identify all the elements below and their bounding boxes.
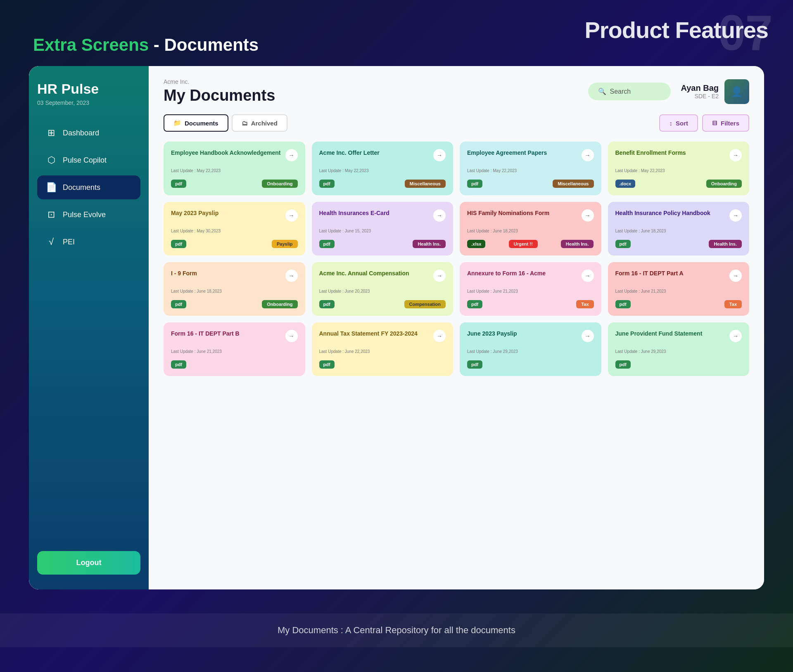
sidebar-item-label: PEI xyxy=(63,238,75,246)
doc-footer: .docx Onboarding xyxy=(615,180,742,188)
user-name: Ayan Bag xyxy=(681,83,719,93)
doc-card-header: Benefit Enrollment Forms → xyxy=(615,149,742,161)
doc-arrow-icon[interactable]: → xyxy=(729,270,742,282)
sort-button[interactable]: ↕ Sort xyxy=(659,114,698,132)
search-box[interactable]: 🔍 Search xyxy=(588,83,671,100)
doc-card-may-payslip[interactable]: May 2023 Payslip → Last Update : May 30,… xyxy=(164,202,305,256)
sidebar-item-pulse-copilot[interactable]: ⬡ Pulse Copilot xyxy=(37,148,140,172)
title-block: Acme Inc. My Documents xyxy=(164,78,275,104)
doc-title: Employee Agreement Papers xyxy=(467,149,582,156)
doc-arrow-icon[interactable]: → xyxy=(582,330,594,342)
doc-date: Last Update : June 18,2023 xyxy=(171,289,298,293)
page-heading-green: Extra Screens xyxy=(33,35,149,54)
doc-card-header: Employee Agreement Papers → xyxy=(467,149,594,161)
doc-card-header: May 2023 Payslip → xyxy=(171,209,298,222)
doc-category-badge: Miscellaneous xyxy=(553,180,594,188)
doc-title: Health Insurance Policy Handbook xyxy=(615,209,730,217)
sidebar-item-label: Pulse Copilot xyxy=(63,156,107,165)
doc-card-provident-fund[interactable]: June Provident Fund Statement → Last Upd… xyxy=(608,322,750,376)
doc-card-health-policy[interactable]: Health Insurance Policy Handbook → Last … xyxy=(608,202,750,256)
doc-arrow-icon[interactable]: → xyxy=(433,270,446,282)
doc-title: Acme Inc. Offer Letter xyxy=(319,149,434,156)
doc-type-badge: pdf xyxy=(467,360,482,369)
doc-date: Last Update : June 29,2023 xyxy=(615,349,742,354)
doc-card-employee-agreement[interactable]: Employee Agreement Papers → Last Update … xyxy=(460,142,601,195)
doc-arrow-icon[interactable]: → xyxy=(729,209,742,222)
doc-arrow-icon[interactable]: → xyxy=(582,270,594,282)
doc-date: Last Update : June 21,2023 xyxy=(171,349,298,354)
doc-card-header: I - 9 Form → xyxy=(171,270,298,282)
doc-footer: pdf Onboarding xyxy=(171,300,298,308)
tab-archived-icon: 🗂 xyxy=(242,120,248,127)
doc-card-employee-handbook[interactable]: Employee Handbook Acknowledgement → Last… xyxy=(164,142,305,195)
doc-title: Health Insurances E-Card xyxy=(319,209,434,217)
doc-arrow-icon[interactable]: → xyxy=(433,149,446,161)
doc-arrow-icon[interactable]: → xyxy=(433,209,446,222)
doc-type-badge: pdf xyxy=(615,360,631,369)
doc-card-header: Annual Tax Statement FY 2023-2024 → xyxy=(319,330,446,342)
doc-title: Employee Handbook Acknowledgement xyxy=(171,149,285,156)
main-container: HR Pulse 03 September, 2023 ⊞ Dashboard … xyxy=(29,66,764,589)
sidebar-item-label: Pulse Evolve xyxy=(63,211,106,219)
doc-title: June 2023 Payslip xyxy=(467,330,582,337)
doc-card-form16b[interactable]: Form 16 - IT DEPT Part B → Last Update :… xyxy=(164,322,305,376)
doc-card-form16a[interactable]: Form 16 - IT DEPT Part A → Last Update :… xyxy=(608,262,750,316)
doc-card-header: June 2023 Payslip → xyxy=(467,330,594,342)
doc-arrow-icon[interactable]: → xyxy=(285,209,298,222)
filters-button[interactable]: ⊟ Filters xyxy=(702,114,749,132)
doc-arrow-icon[interactable]: → xyxy=(285,330,298,342)
tab-documents-label: Documents xyxy=(185,120,218,127)
doc-category-badge: Compensation xyxy=(404,300,446,308)
filters-label: Filters xyxy=(721,120,739,127)
filters-icon: ⊟ xyxy=(712,119,717,127)
sidebar-item-pei[interactable]: √ PEI xyxy=(37,230,140,254)
sidebar-item-documents[interactable]: 📄 Documents xyxy=(37,175,140,199)
doc-card-i9[interactable]: I - 9 Form → Last Update : June 18,2023 … xyxy=(164,262,305,316)
doc-card-health-ecard[interactable]: Health Insurances E-Card → Last Update :… xyxy=(312,202,453,256)
doc-card-offer-letter[interactable]: Acme Inc. Offer Letter → Last Update : M… xyxy=(312,142,453,195)
doc-card-june-payslip[interactable]: June 2023 Payslip → Last Update : June 2… xyxy=(460,322,601,376)
doc-footer: .xlsx Urgent !! Health Ins. xyxy=(467,240,594,248)
documents-icon: 📄 xyxy=(45,182,57,193)
doc-arrow-icon[interactable]: → xyxy=(285,270,298,282)
tab-documents-icon: 📁 xyxy=(173,119,181,127)
doc-card-header: Annexure to Form 16 - Acme → xyxy=(467,270,594,282)
doc-title: Form 16 - IT DEPT Part B xyxy=(171,330,285,337)
doc-arrow-icon[interactable]: → xyxy=(285,149,298,161)
pulse-copilot-icon: ⬡ xyxy=(45,155,57,166)
doc-footer: pdf xyxy=(319,360,446,369)
logout-button[interactable]: Logout xyxy=(37,551,140,575)
doc-type-badge: .xlsx xyxy=(467,240,485,248)
content-header: Acme Inc. My Documents 🔍 Search Ayan Bag… xyxy=(164,78,749,104)
sidebar-item-pulse-evolve[interactable]: ⊡ Pulse Evolve xyxy=(37,203,140,227)
doc-card-header: HIS Family Nominations Form → xyxy=(467,209,594,222)
sidebar-item-label: Dashboard xyxy=(63,129,99,137)
tab-archived[interactable]: 🗂 Archived xyxy=(232,114,287,132)
doc-date: Last Update : June 22,2023 xyxy=(319,349,446,354)
doc-card-his-family[interactable]: HIS Family Nominations Form → Last Updat… xyxy=(460,202,601,256)
doc-card-benefit-enrollment[interactable]: Benefit Enrollment Forms → Last Update :… xyxy=(608,142,750,195)
doc-arrow-icon[interactable]: → xyxy=(729,330,742,342)
doc-card-annual-comp[interactable]: Acme Inc. Annual Compensation → Last Upd… xyxy=(312,262,453,316)
doc-footer: pdf xyxy=(171,360,298,369)
doc-date: Last Update : May 22,2023 xyxy=(615,168,742,173)
doc-title: Benefit Enrollment Forms xyxy=(615,149,730,156)
doc-footer: pdf xyxy=(615,360,742,369)
doc-footer: pdf Health Ins. xyxy=(615,240,742,248)
doc-title: I - 9 Form xyxy=(171,270,285,277)
doc-card-annexure-16[interactable]: Annexure to Form 16 - Acme → Last Update… xyxy=(460,262,601,316)
doc-date: Last Update : June 21,2023 xyxy=(467,289,594,293)
doc-card-annual-tax[interactable]: Annual Tax Statement FY 2023-2024 → Last… xyxy=(312,322,453,376)
tab-documents[interactable]: 📁 Documents xyxy=(164,114,228,132)
sidebar-item-dashboard[interactable]: ⊞ Dashboard xyxy=(37,121,140,145)
doc-arrow-icon[interactable]: → xyxy=(729,149,742,161)
doc-type-badge: pdf xyxy=(171,180,186,188)
page-heading: Extra Screens - Documents xyxy=(33,35,259,55)
doc-arrow-icon[interactable]: → xyxy=(582,149,594,161)
doc-arrow-icon[interactable]: → xyxy=(582,209,594,222)
bottom-caption-text: My Documents : A Central Repository for … xyxy=(278,625,515,635)
doc-arrow-icon[interactable]: → xyxy=(433,330,446,342)
doc-type-badge: pdf xyxy=(615,240,631,248)
sidebar-nav: ⊞ Dashboard ⬡ Pulse Copilot 📄 Documents … xyxy=(37,121,140,551)
page-title: My Documents xyxy=(164,87,275,104)
